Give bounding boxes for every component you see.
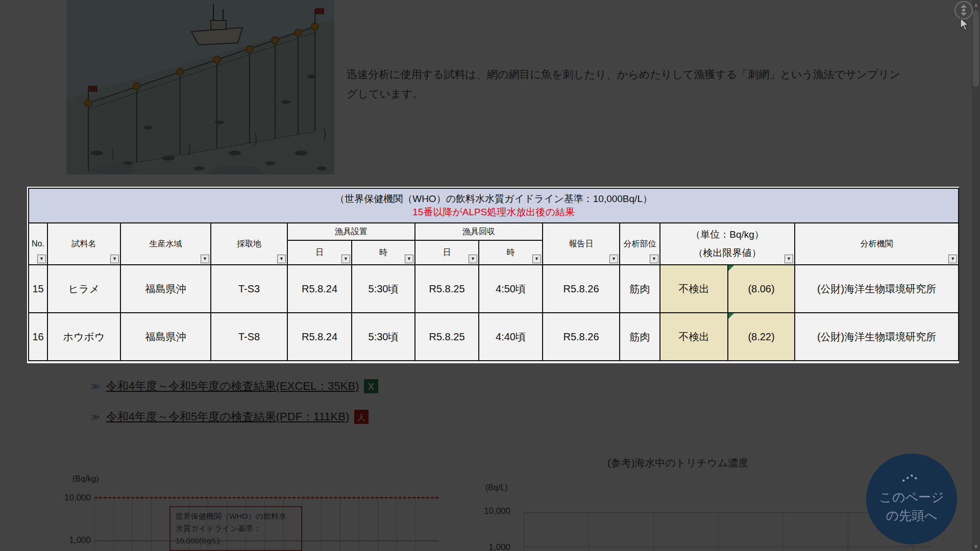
filter-button-icon[interactable]: ▼: [948, 255, 957, 263]
cell-analysis-part: 筋肉: [620, 265, 660, 313]
header-gear-retrieve: 漁具回収: [415, 223, 543, 240]
table-row: 16 ホウボウ 福島県沖 T-S8 R5.8.24 5:30頃 R5.8.25 …: [29, 313, 959, 361]
cell-site: T-S3: [211, 265, 287, 313]
header-site: 採取地▼: [211, 223, 287, 265]
cell-report-date: R5.8.26: [543, 313, 620, 361]
table-row: 15 ヒラメ 福島県沖 T-S3 R5.8.24 5:30頃 R5.8.25 4…: [29, 265, 959, 313]
scrollbar-thumb[interactable]: [973, 10, 979, 87]
cell-area: 福島県沖: [120, 265, 211, 313]
cell-retrieve-time: 4:40頃: [479, 313, 543, 361]
autoscroll-indicator-icon: [954, 1, 973, 19]
left-chart-ytick-10000: 10,000: [56, 493, 91, 503]
left-chart-unit-label: (Bq/kg): [72, 474, 99, 484]
vertical-scrollbar[interactable]: ∧ ∨: [972, 0, 980, 551]
cell-report-date: R5.8.26: [543, 265, 620, 313]
cell-detection-limit: (8.06): [728, 265, 795, 313]
filter-button-icon[interactable]: ▼: [277, 255, 286, 263]
scrollbar-up-arrow[interactable]: ∧: [972, 1, 980, 9]
cell-no: 15: [29, 265, 47, 313]
right-chart-title: (参考)海水中のトリチウム濃度: [607, 456, 748, 470]
left-chart-yaxis: [94, 498, 95, 551]
cell-area: 福島県沖: [120, 313, 211, 361]
cell-result: 不検出: [660, 313, 728, 361]
cell-analysis-org: (公財)海洋生物環境研究所: [795, 313, 959, 361]
cell-set-time: 5:30頃: [352, 313, 415, 361]
who-guideline-reference-line: [94, 497, 438, 498]
filter-button-icon[interactable]: ▼: [110, 255, 119, 263]
mouse-cursor: [960, 18, 969, 31]
cell-retrieve-day: R5.8.25: [415, 265, 479, 313]
svg-text:人: 人: [357, 413, 366, 422]
cell-retrieve-day: R5.8.25: [415, 313, 479, 361]
filter-button-icon[interactable]: ▼: [532, 255, 541, 263]
right-chart-ytick-1000: 1,000: [478, 542, 510, 551]
cell-analysis-part: 筋肉: [620, 313, 660, 361]
filter-button-icon[interactable]: ▼: [201, 255, 209, 263]
excel-file-icon[interactable]: X: [364, 379, 378, 393]
excel-download-link[interactable]: 令和4年度～令和5年度の検査結果(EXCEL：35KB): [106, 379, 359, 394]
header-analysis-part: 分析部位▼: [620, 223, 660, 265]
who-guideline-note: （世界保健機関（WHO）の飲料水水質ガイドライン基準：10,000Bq/L）: [29, 192, 958, 206]
net-flag-right: [315, 8, 324, 14]
cell-sample: ホウボウ: [47, 313, 120, 361]
cell-result: 不検出: [660, 265, 728, 313]
header-analysis-org: 分析機関▼: [795, 223, 959, 265]
filter-button-icon[interactable]: ▼: [785, 255, 793, 263]
header-retrieve-time: 時▼: [479, 240, 543, 265]
left-chart-ytick-1000: 1,000: [56, 535, 91, 545]
header-gear-set: 漁具設置: [287, 223, 415, 240]
cell-note-indicator-icon: [728, 265, 734, 271]
header-no: No.▼: [29, 223, 47, 265]
header-area: 生産水域▼: [120, 223, 211, 265]
who-guideline-annotation-box: 世界保健機関（WHO）の飲料水 水質ガイドライン基準：10,000(Bq/L): [169, 506, 302, 551]
header-set-day: 日▼: [287, 240, 352, 265]
table-note-cell: （世界保健機関（WHO）の飲料水水質ガイドライン基準：10,000Bq/L） 1…: [29, 188, 959, 223]
cell-detection-limit: (8.22): [728, 313, 795, 361]
back-to-top-label: このページ: [879, 488, 944, 506]
double-chevron-bullet-icon: ≫: [91, 412, 100, 422]
alps-release-note: 15番以降がALPS処理水放出後の結果: [29, 206, 958, 219]
list-item: ≫ 令和4年度～令和5年度の検査結果(PDF：111KB) 人: [91, 408, 378, 425]
scrollbar-down-arrow[interactable]: ∨: [972, 542, 980, 550]
right-chart-ytick-10000: 10,000: [478, 506, 510, 516]
cell-retrieve-time: 4:50頃: [479, 265, 543, 313]
filter-button-icon[interactable]: ▼: [609, 255, 618, 263]
header-report-date: 報告日▼: [543, 223, 620, 265]
svg-text:X: X: [368, 382, 374, 392]
filter-button-icon[interactable]: ▼: [405, 255, 413, 263]
cell-analysis-org: (公財)海洋生物環境研究所: [795, 265, 959, 313]
chevron-up-dotted-icon: [900, 473, 923, 483]
results-table-wrapper: （世界保健機関（WHO）の飲料水水質ガイドライン基準：10,000Bq/L） 1…: [28, 188, 959, 361]
pdf-file-icon[interactable]: 人: [354, 410, 369, 424]
back-to-top-label: の先頭へ: [886, 506, 937, 524]
cell-set-time: 5:30頃: [352, 265, 415, 313]
filter-button-icon[interactable]: ▼: [37, 255, 46, 263]
intro-paragraph: 迅速分析に使用する試料は、網の網目に魚を刺したり、からめたりして漁獲する「刺網」…: [347, 65, 908, 104]
right-chart-unit-label: (Bq/L): [485, 483, 508, 492]
inspection-results-table: （世界保健機関（WHO）の飲料水水質ガイドライン基準：10,000Bq/L） 1…: [28, 188, 959, 361]
double-chevron-bullet-icon: ≫: [91, 381, 100, 392]
cell-sample: ヒラメ: [47, 265, 120, 313]
cell-note-indicator-icon: [728, 313, 734, 319]
header-sample: 試料名▼: [47, 223, 120, 265]
list-item: ≫ 令和4年度～令和5年度の検査結果(EXCEL：35KB) X: [91, 378, 378, 395]
filter-button-icon[interactable]: ▼: [341, 255, 350, 263]
gillnet-fishing-illustration: [66, 0, 334, 174]
filter-button-icon[interactable]: ▼: [469, 255, 477, 263]
header-set-time: 時▼: [352, 240, 415, 265]
header-unit-detection-limit: （単位：Bq/kg） （検出限界値） ▼: [660, 223, 795, 265]
cell-no: 16: [29, 313, 47, 361]
back-to-top-button[interactable]: このページ の先頭へ: [866, 454, 957, 544]
pdf-download-link[interactable]: 令和4年度～令和5年度の検査結果(PDF：111KB): [106, 409, 349, 424]
cell-set-day: R5.8.24: [287, 313, 352, 361]
filter-button-icon[interactable]: ▼: [650, 255, 658, 263]
header-retrieve-day: 日▼: [415, 240, 479, 265]
net-flag-left: [89, 86, 97, 92]
cell-set-day: R5.8.24: [287, 265, 352, 313]
cell-site: T-S8: [211, 313, 287, 361]
page-root: 迅速分析に使用する試料は、網の網目に魚を刺したり、からめたりして漁獲する「刺網」…: [0, 0, 980, 551]
download-links: ≫ 令和4年度～令和5年度の検査結果(EXCEL：35KB) X ≫ 令和4年度…: [91, 378, 378, 439]
